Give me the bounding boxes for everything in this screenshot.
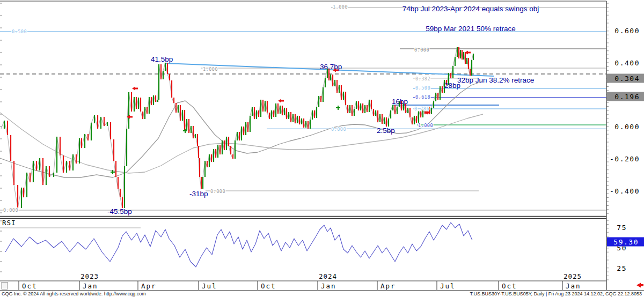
price-bar bbox=[104, 117, 105, 126]
price-bar bbox=[100, 117, 101, 129]
price-bar bbox=[136, 97, 137, 109]
price-bar bbox=[354, 109, 355, 116]
price-bar bbox=[273, 110, 274, 117]
price-bar bbox=[122, 197, 123, 208]
price-bar bbox=[211, 154, 212, 162]
month-label: Apr bbox=[380, 282, 396, 290]
rsi-axis-label: 25 bbox=[617, 264, 627, 272]
price-bar bbox=[91, 123, 92, 140]
price-bar bbox=[269, 113, 270, 119]
price-bar bbox=[171, 80, 172, 98]
rsi-axis-label: 75 bbox=[617, 224, 627, 232]
price-bar bbox=[437, 93, 438, 100]
price-bar bbox=[256, 110, 257, 119]
price-axis-label: 0.000 bbox=[614, 123, 640, 131]
price-bar bbox=[455, 57, 456, 66]
price-bar bbox=[470, 69, 471, 76]
price-bar bbox=[191, 126, 192, 133]
price-bar bbox=[110, 122, 111, 139]
corner-resize-box[interactable] bbox=[2, 283, 8, 289]
price-bar bbox=[450, 73, 451, 78]
price-bar bbox=[336, 80, 338, 93]
price-bar bbox=[414, 116, 415, 124]
price-bar bbox=[42, 158, 43, 185]
scroll-right-arrow-icon[interactable] bbox=[636, 283, 643, 288]
price-bar bbox=[473, 54, 474, 60]
price-bar bbox=[53, 173, 54, 177]
fib-value-label: 0.000 bbox=[414, 47, 429, 53]
price-bar bbox=[392, 105, 393, 110]
price-bar bbox=[7, 121, 8, 135]
price-bar bbox=[295, 114, 296, 123]
price-bar bbox=[258, 110, 259, 117]
price-bar bbox=[198, 146, 199, 158]
swing-label: -31bp bbox=[189, 190, 208, 198]
price-bar bbox=[230, 146, 231, 154]
price-bar bbox=[334, 80, 335, 86]
price-bar bbox=[224, 140, 225, 150]
chart-canvas[interactable]: 0.5001.0000.0001.0000.3820.5000.6180.786… bbox=[0, 0, 644, 297]
price-bar bbox=[180, 105, 181, 121]
price-bar bbox=[66, 161, 67, 173]
price-bar bbox=[237, 132, 238, 140]
swing-label: -45.5bp bbox=[107, 207, 132, 216]
price-bar bbox=[23, 188, 24, 197]
price-bar bbox=[367, 105, 368, 112]
annotation-50-retrace: 59bp Mar 2021 50% retrace bbox=[426, 25, 515, 33]
price-bar bbox=[113, 139, 114, 161]
price-bar bbox=[252, 107, 253, 116]
status-instrument-info: T.US.BUS30Y-T.US.BUS05Y, Daily | Fri Aug… bbox=[470, 291, 642, 296]
price-bar bbox=[232, 154, 233, 159]
price-bar bbox=[219, 145, 221, 154]
price-bar bbox=[323, 87, 324, 102]
price-bar bbox=[320, 96, 321, 102]
price-bar bbox=[442, 86, 443, 93]
fib-value-label: 1.000 bbox=[418, 123, 433, 128]
price-bar bbox=[118, 177, 119, 189]
price-bar bbox=[431, 108, 432, 114]
price-bar bbox=[138, 98, 139, 109]
price-connector-line bbox=[1, 47, 473, 208]
price-bar bbox=[60, 137, 61, 155]
price-bar bbox=[260, 100, 261, 117]
price-bar bbox=[195, 134, 196, 138]
price-bar bbox=[84, 134, 85, 148]
price-bar bbox=[352, 105, 353, 116]
price-bar bbox=[412, 117, 413, 124]
price-bar bbox=[193, 126, 194, 138]
price-bar bbox=[303, 118, 304, 128]
price-bar bbox=[209, 154, 210, 167]
year-label: 2025 bbox=[564, 272, 582, 280]
price-bar bbox=[314, 110, 315, 118]
price-bar bbox=[69, 161, 70, 170]
sell-arrow-icon bbox=[278, 99, 284, 103]
price-bar bbox=[343, 92, 344, 100]
price-bar bbox=[247, 122, 248, 132]
price-axis-label: 0.400 bbox=[614, 59, 640, 67]
price-bar bbox=[377, 110, 378, 122]
price-bar bbox=[97, 115, 98, 129]
month-label: Jul bbox=[440, 282, 456, 290]
price-bar bbox=[94, 115, 95, 123]
price-axis-label: 0.304 bbox=[614, 75, 640, 83]
price-bar bbox=[466, 58, 467, 64]
price-bar bbox=[382, 114, 383, 124]
price-bar bbox=[199, 158, 200, 177]
price-axis-label: 0.196 bbox=[614, 93, 640, 101]
price-bar bbox=[222, 140, 223, 154]
month-label: Jan bbox=[83, 282, 98, 290]
price-bar bbox=[124, 166, 125, 208]
price-bar bbox=[288, 112, 289, 119]
price-bar bbox=[280, 106, 281, 114]
swing-label: 41.5bp bbox=[151, 55, 173, 63]
fib-value-label: 0.000 bbox=[210, 189, 225, 194]
fib-value-label: 0.382 bbox=[415, 76, 430, 81]
fib-value-label: 0.500 bbox=[12, 29, 27, 34]
price-bar bbox=[226, 137, 227, 150]
price-bar bbox=[201, 177, 202, 189]
price-bar bbox=[197, 134, 198, 146]
price-bar bbox=[163, 71, 164, 79]
swing-label: 2.5bp bbox=[377, 127, 395, 135]
price-bar bbox=[142, 112, 143, 119]
price-bar bbox=[107, 122, 108, 126]
